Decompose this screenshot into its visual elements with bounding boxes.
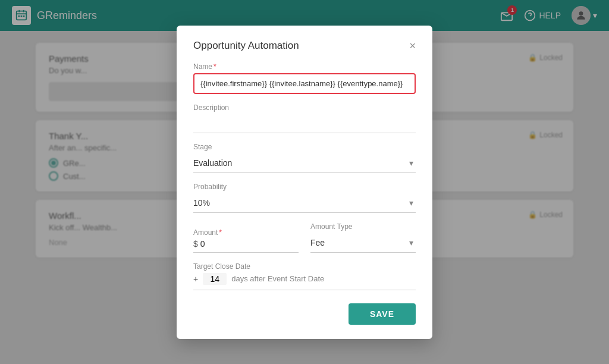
description-input[interactable] [193, 114, 416, 133]
amount-type-select-wrap: Fee Flat Percentage ▾ [310, 233, 416, 253]
close-date-group: Target Close Date + days after Event Sta… [193, 262, 416, 290]
probability-select[interactable]: 10% 20% 30% 40% 50% 60% 70% 80% 90% 100% [193, 193, 416, 213]
amount-type-select[interactable]: Fee Flat Percentage [310, 233, 416, 253]
modal-title: Opportunity Automation [193, 40, 299, 52]
name-field-group: Name* [193, 62, 416, 94]
save-button[interactable]: SAVE [349, 303, 416, 325]
probability-label: Probability [193, 183, 416, 191]
amount-prefix: $ [193, 239, 198, 249]
modal-close-button[interactable]: × [409, 40, 416, 51]
close-date-label: Target Close Date [193, 262, 416, 271]
close-date-row: + days after Event Start Date [193, 273, 416, 290]
close-date-suffix: days after Event Start Date [231, 274, 324, 283]
stage-select[interactable]: Evaluation Prospecting Qualification Pro… [193, 153, 416, 173]
modal-header: Opportunity Automation × [193, 40, 416, 52]
amount-label: Amount* [193, 228, 299, 237]
description-label: Description [193, 103, 416, 112]
amount-row: Amount* $ Amount Type Fee Flat Percentag… [193, 222, 416, 253]
probability-field-group: Probability 10% 20% 30% 40% 50% 60% 70% … [193, 183, 416, 213]
modal-footer: SAVE [193, 303, 416, 325]
amount-input-wrap: $ [193, 239, 299, 253]
stage-label: Stage [193, 143, 416, 151]
modal-overlay: Opportunity Automation × Name* Descripti… [0, 0, 609, 364]
stage-field-group: Stage Evaluation Prospecting Qualificati… [193, 143, 416, 173]
amount-input[interactable] [200, 239, 299, 249]
name-label: Name* [193, 62, 416, 71]
opportunity-automation-modal: Opportunity Automation × Name* Descripti… [177, 26, 432, 339]
close-date-days-input[interactable] [203, 273, 227, 285]
stage-select-wrap: Evaluation Prospecting Qualification Pro… [193, 153, 416, 173]
amount-field-group: Amount* $ [193, 228, 299, 253]
amount-type-label: Amount Type [310, 222, 416, 231]
name-input[interactable] [193, 73, 416, 94]
description-field-group: Description [193, 103, 416, 133]
probability-select-wrap: 10% 20% 30% 40% 50% 60% 70% 80% 90% 100%… [193, 193, 416, 213]
amount-type-field-group: Amount Type Fee Flat Percentage ▾ [310, 222, 416, 253]
close-date-plus: + [193, 274, 198, 284]
